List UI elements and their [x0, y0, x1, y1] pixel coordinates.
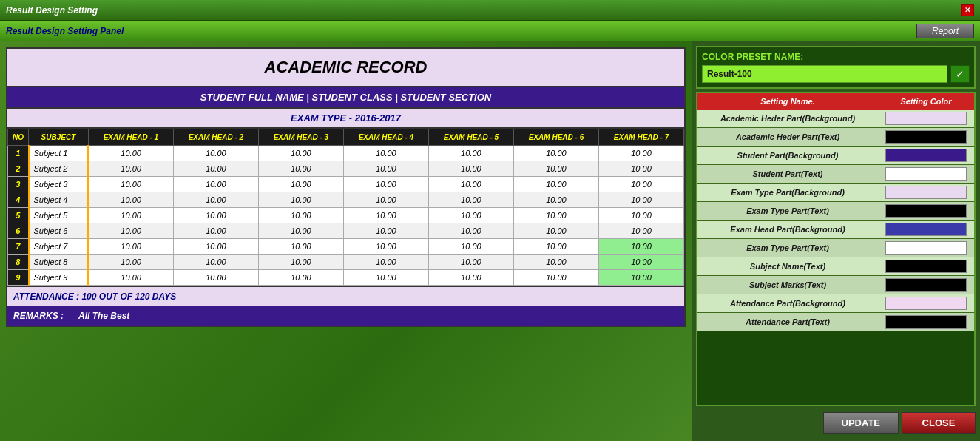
setting-name: Exam Type Part(Text): [697, 240, 878, 255]
setting-name: Exam Head Part(Background): [697, 222, 878, 237]
menu-bar: Result Design Setting Panel Report: [0, 21, 980, 41]
setting-name: Attendance Part(Text): [697, 314, 878, 329]
table-row-h2: 10.00: [173, 161, 258, 177]
setting-row: Academic Heder Part(Background): [697, 110, 974, 128]
table-row-h2: 10.00: [173, 208, 258, 223]
update-button[interactable]: UPDATE: [823, 412, 899, 434]
table-row-h6: 10.00: [513, 161, 598, 177]
settings-rows: Academic Heder Part(Background) Academic…: [697, 110, 974, 331]
table-row-h4: 10.00: [343, 192, 428, 208]
bottom-buttons: UPDATE CLOSE: [696, 409, 976, 437]
setting-color-swatch[interactable]: [878, 313, 974, 331]
table-row-h7: 10.00: [598, 192, 683, 208]
table-row-h6: 10.00: [513, 192, 598, 208]
table-row-h1: 10.00: [88, 255, 173, 270]
table-row-h4: 10.00: [343, 208, 428, 223]
table-row-h3: 10.00: [258, 177, 343, 192]
color-box[interactable]: [885, 315, 967, 329]
setting-color-swatch[interactable]: [878, 110, 974, 127]
table-row-h5: 10.00: [428, 255, 513, 270]
settings-name-col-header: Setting Name.: [697, 93, 878, 110]
setting-color-swatch[interactable]: [878, 147, 974, 164]
setting-color-swatch[interactable]: [878, 184, 974, 201]
color-box[interactable]: [885, 223, 967, 236]
table-row-h6: 10.00: [513, 255, 598, 270]
table-row-subject: Subject 3: [29, 177, 89, 192]
marks-table: NO SUBJECT EXAM HEAD - 1 EXAM HEAD - 2 E…: [7, 129, 684, 286]
table-row-no: 6: [8, 223, 29, 239]
color-preset-input[interactable]: [702, 65, 947, 83]
color-preset-section: COLOR PRESET NAME: ✓: [696, 46, 976, 89]
setting-color-swatch[interactable]: [878, 165, 974, 183]
table-row-no: 4: [8, 192, 29, 208]
col-head6-header: EXAM HEAD - 6: [513, 129, 598, 146]
color-preset-label: COLOR PRESET NAME:: [702, 52, 970, 62]
table-row-h7: 10.00: [598, 239, 683, 255]
table-row-h7: 10.00: [598, 177, 683, 192]
table-row-h5: 10.00: [428, 161, 513, 177]
table-row-h4: 10.00: [343, 161, 428, 177]
report-button[interactable]: Report: [916, 24, 974, 38]
table-row-h4: 10.00: [343, 255, 428, 270]
table-row-h4: 10.00: [343, 270, 428, 286]
table-row-no: 9: [8, 270, 29, 286]
main-content: ACADEMIC RECORD STUDENT FULL NAME | STUD…: [0, 41, 980, 441]
left-panel: ACADEMIC RECORD STUDENT FULL NAME | STUD…: [0, 41, 692, 441]
table-row-h4: 10.00: [343, 239, 428, 255]
color-preset-check-button[interactable]: ✓: [950, 65, 970, 83]
table-row-h5: 10.00: [428, 270, 513, 286]
color-box[interactable]: [885, 112, 967, 125]
color-box[interactable]: [885, 260, 967, 273]
table-row-h5: 10.00: [428, 192, 513, 208]
setting-name: Student Part(Background): [697, 148, 878, 163]
table-row-h3: 10.00: [258, 223, 343, 239]
color-box[interactable]: [885, 130, 967, 144]
table-row-subject: Subject 7: [29, 239, 89, 255]
color-box[interactable]: [885, 278, 967, 292]
setting-name: Academic Heder Part(Background): [697, 111, 878, 126]
settings-table-header: Setting Name. Setting Color: [697, 93, 974, 110]
table-row-h7: 10.00: [598, 270, 683, 286]
setting-color-swatch[interactable]: [878, 202, 974, 220]
setting-name: Exam Type Part(Background): [697, 185, 878, 200]
setting-color-swatch[interactable]: [878, 220, 974, 238]
setting-color-swatch[interactable]: [878, 276, 974, 294]
window-close-button[interactable]: ✕: [961, 4, 974, 16]
setting-color-swatch[interactable]: [878, 128, 974, 146]
setting-row: Attendance Part(Background): [697, 294, 974, 313]
color-box[interactable]: [885, 167, 967, 181]
table-row-h3: 10.00: [258, 239, 343, 255]
table-row-h3: 10.00: [258, 255, 343, 270]
setting-color-swatch[interactable]: [878, 239, 974, 257]
col-subject-header: SUBJECT: [29, 129, 89, 146]
table-row-h1: 10.00: [88, 161, 173, 177]
col-head1-header: EXAM HEAD - 1: [88, 129, 173, 146]
table-row-h1: 10.00: [88, 192, 173, 208]
table-row-h2: 10.00: [173, 255, 258, 270]
color-box[interactable]: [885, 297, 967, 310]
col-no-header: NO: [8, 129, 29, 146]
remarks-value: All The Best: [78, 311, 129, 321]
table-row-h7: 10.00: [598, 146, 683, 161]
color-box[interactable]: [885, 241, 967, 255]
table-row-no: 8: [8, 255, 29, 270]
table-row-h3: 10.00: [258, 146, 343, 161]
student-info-row: STUDENT FULL NAME | STUDENT CLASS | STUD…: [7, 87, 684, 109]
color-box[interactable]: [885, 186, 967, 199]
color-preset-input-row: ✓: [702, 65, 970, 83]
table-row-h6: 10.00: [513, 223, 598, 239]
settings-table-container: Setting Name. Setting Color Academic Hed…: [696, 92, 976, 406]
table-row-h3: 10.00: [258, 192, 343, 208]
setting-name: Subject Name(Text): [697, 259, 878, 274]
table-row-h1: 10.00: [88, 146, 173, 161]
color-box[interactable]: [885, 204, 967, 218]
table-row-subject: Subject 5: [29, 208, 89, 223]
setting-color-swatch[interactable]: [878, 257, 974, 275]
close-button[interactable]: CLOSE: [902, 412, 976, 434]
col-head4-header: EXAM HEAD - 4: [343, 129, 428, 146]
color-box[interactable]: [885, 149, 967, 162]
setting-row: Attendance Part(Text): [697, 313, 974, 331]
table-row-h4: 10.00: [343, 177, 428, 192]
table-row-h2: 10.00: [173, 223, 258, 239]
setting-color-swatch[interactable]: [878, 294, 974, 312]
